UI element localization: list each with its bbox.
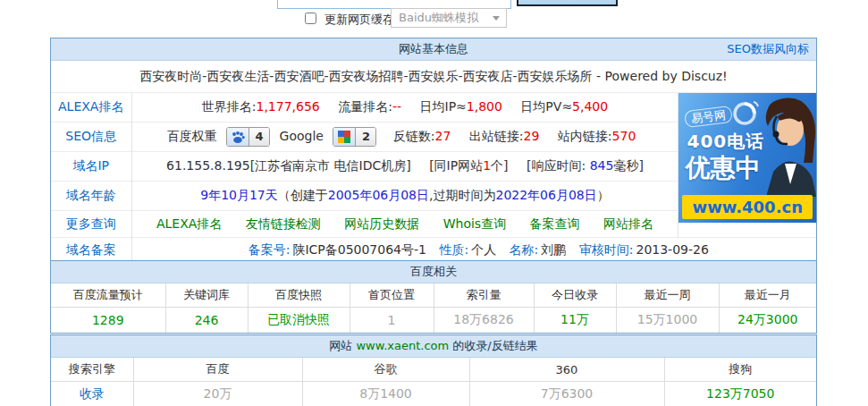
ad-brand: 易号网 [685,106,734,128]
created-date: 2005年06月08日 [328,188,429,202]
spider-select-value: Baidu蜘蛛模拟 [399,11,478,24]
col-header-today-included: 今日收录 [534,283,616,308]
expire-prefix: ,过期时间为 [429,188,495,202]
beian-audit-label: 审核时间: [579,242,634,257]
col-header-last-week: 最近一周 [616,283,719,308]
panel-title: 百度相关 [410,265,457,278]
traffic-estimate-value[interactable]: 1289 [51,308,165,334]
daily-pv-label: 日均PV≈ [520,99,572,114]
same-ip-prefix: [同IP网站 [429,158,483,173]
daily-ip-label: 日均IP≈ [420,99,467,114]
response-time-value: 845 [590,158,614,173]
ip-values: 61.155.8.195[江苏省南京市 电信IDC机房] [同IP网站1个] [… [131,152,678,182]
spider-select[interactable]: Baidu蜘蛛模拟 [391,8,507,28]
more-links: ALEXA排名 友情链接检测 网站历史数据 Whois查询 备案查询 网站排名 [131,211,678,238]
row-label-beian: 域名备案 [51,238,131,264]
last-week-value: 15万1000 [616,308,719,334]
traffic-rank-value: -- [392,99,401,114]
inlink-value: 570 [612,129,636,143]
today-included-value[interactable]: 11万 [534,308,616,334]
index-volume-value: 18万6826 [434,308,534,334]
beian-nature-label: 性质: [439,242,468,257]
daily-pv-value: 5,400 [572,99,608,114]
col-header-last-month: 最近一月 [719,283,816,308]
col-header-baidu: 百度 [133,358,302,382]
seo-values: 百度权重 4 Google 2 反链数:27 [131,123,678,152]
age-values: 9年10月17天（创建于2005年06月08日,过期时间为2022年06月08日… [131,182,678,211]
collect-domain: www.xaent.com [356,339,449,352]
world-rank-value: 1,177,656 [257,99,320,114]
response-time-suffix: 毫秒] [613,158,643,173]
link-site-rank[interactable]: 网站排名 [603,216,653,231]
beian-nature: 个人 [471,242,496,257]
col-header-sogou: 搜狗 [664,358,816,382]
seo-vane-link[interactable]: SEO数据风向标 [727,38,809,60]
col-header-google: 谷歌 [302,358,469,382]
keyword-count-value[interactable]: 246 [165,308,248,334]
alexa-values: 世界排名:1,177,656 流量排名:-- 日均IP≈1,800 日均PV≈5… [131,93,678,123]
expire-date: 2022年06月08日 [495,188,596,202]
query-button[interactable] [517,0,618,6]
same-ip-count: 1 [483,158,491,173]
row-label-ip: 域名IP [51,152,131,182]
snapshot-value[interactable]: 已取消快照 [248,308,350,334]
ip-address: 61.155.8.195[江苏省南京市 电信IDC机房] [166,158,411,173]
collect-panel-header: 网站 www.xaent.com 的收录/反链结果 [51,335,816,358]
daily-ip-value: 1,800 [467,99,502,114]
link-site-history[interactable]: 网站历史数据 [344,216,419,231]
baidu-paw-icon [227,128,249,146]
sogou-included-value[interactable]: 123万7050 [664,382,816,406]
col-header-360: 360 [469,358,664,382]
ad-banner[interactable]: 易号网 400电话 优惠中 www.400.cn [678,93,816,223]
col-header-keyword-count: 关键词库 [165,283,248,308]
world-rank-label: 世界排名: [202,99,257,114]
basic-info-header: 网站基本信息 SEO数据风向标 [51,38,816,61]
response-time-prefix: [响应时间: [527,158,590,173]
baidu-included-value: 20万 [133,382,302,406]
row-label-more: 更多查询 [51,211,131,238]
inlink-label: 站内链接: [558,129,612,143]
age-suffix: ） [597,188,610,202]
link-beian-query[interactable]: 备案查询 [530,216,580,231]
beian-number-label: 备案号: [249,242,291,257]
backlink-label: 反链数: [393,129,435,143]
ad-url: www.400.cn [682,195,813,219]
basic-info-panel: 网站基本信息 SEO数据风向标 西安夜时尚-西安夜生活-西安酒吧-西安夜场招聘-… [50,38,817,264]
ad-line2: 优惠中 [685,151,760,185]
col-header-search-engine: 搜索引擎 [51,358,133,382]
site-title: 西安夜时尚-西安夜生活-西安酒吧-西安夜场招聘-西安娱乐-西安夜店-西安娱乐场所… [51,61,816,93]
chevron-down-icon [493,16,500,21]
baidu-rank-value: 4 [249,128,269,146]
outlink-value: 29 [524,129,540,143]
link-alexa-rank[interactable]: ALEXA排名 [156,216,222,231]
col-header-snapshot: 百度快照 [248,283,350,308]
baidu-weight-label: 百度权重 [167,129,217,143]
row-label-seo: SEO信息 [51,123,131,152]
panel-title: 网站基本信息 [399,42,468,55]
beian-values: 备案号:陕ICP备05007064号-1 性质:个人 名称:刘鹏 审核时间:20… [131,238,816,264]
link-whois[interactable]: Whois查询 [443,216,506,231]
ad-line1: 400电话 [687,130,764,154]
collect-header-suffix: 的收录/反链结果 [449,339,538,352]
update-cache-label: 更新网页缓存 [324,12,394,28]
baidu-rank-badge[interactable]: 4 [226,127,270,147]
col-header-index-volume: 索引量 [434,283,534,308]
beian-number: 陕ICP备05007064号-1 [292,242,426,257]
last-month-value[interactable]: 24万3000 [719,308,816,334]
ad-logo-icon [729,97,761,129]
home-position-value: 1 [350,308,434,334]
collect-header-prefix: 网站 [329,339,356,352]
row-label-alexa: ALEXA排名 [51,93,131,123]
google-rank-badge[interactable]: 2 [333,127,376,147]
ad-cell: 易号网 400电话 优惠中 www.400.cn [678,93,816,238]
col-header-home-position: 首页位置 [350,283,434,308]
360-included-value: 7万6300 [469,382,664,406]
created-prefix: （创建于 [278,188,328,202]
google-included-value: 8万1400 [302,382,469,406]
collect-panel: 网站 www.xaent.com 的收录/反链结果 搜索引擎 百度 谷歌 360… [50,334,817,406]
beian-name: 刘鹏 [541,242,566,257]
link-friend-link-check[interactable]: 友情链接检测 [246,216,321,231]
beian-audit-date: 2013-09-26 [636,242,708,257]
traffic-rank-label: 流量排名: [338,99,392,114]
update-cache-checkbox[interactable] [305,13,316,24]
